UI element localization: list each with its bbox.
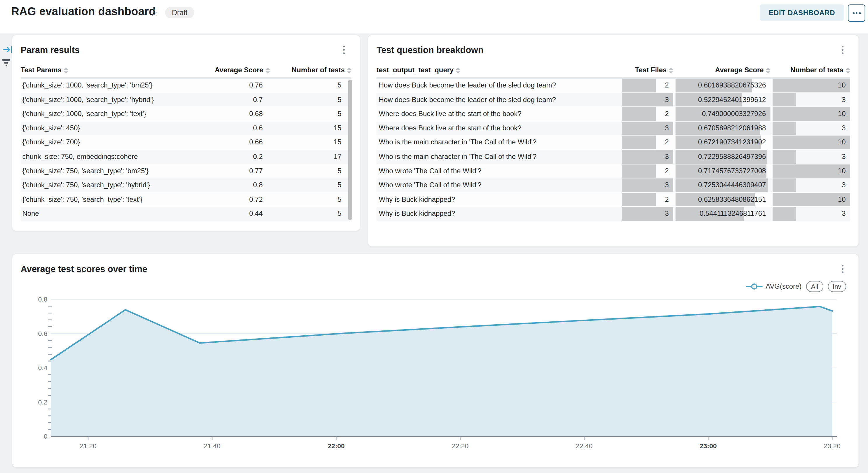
test-files-cell: 2 xyxy=(622,193,673,206)
number-of-tests-cell: 10 xyxy=(773,136,850,149)
test-files-cell: 3 xyxy=(622,178,673,192)
test-files-cell: 3 xyxy=(622,207,673,221)
average-score-cell: 0.6258336480862151 xyxy=(676,193,771,206)
column-header-test-query[interactable]: test_output_test_query xyxy=(376,63,620,77)
test-query-cell: Where does Buck live at the start of the… xyxy=(376,107,620,121)
param-results-card: Param results Test Params Average Score … xyxy=(12,35,361,232)
table-row: Who is the main character in 'The Call o… xyxy=(376,150,850,164)
average-score-cell: 0.6 xyxy=(158,121,270,135)
ellipsis-icon xyxy=(852,12,854,14)
number-of-tests-cell: 5 xyxy=(270,107,351,121)
test-query-cell: Where does Buck live at the start of the… xyxy=(376,121,620,135)
table-row: Why is Buck kidnapped? 2 0.6258336480862… xyxy=(376,193,850,207)
top-bar: RAG evaluation dashboard ☆ Draft EDIT DA… xyxy=(0,0,868,34)
svg-text:22:00: 22:00 xyxy=(328,442,345,450)
test-query-cell: Who wrote 'The Call of the Wild'? xyxy=(376,178,620,192)
table-row: None 0.44 5 xyxy=(21,207,351,221)
card-title: Test question breakdown xyxy=(376,45,483,55)
more-menu-button[interactable] xyxy=(848,4,865,22)
svg-text:22:20: 22:20 xyxy=(452,442,468,450)
table-row: How does Buck become the leader of the s… xyxy=(376,93,850,107)
average-score-cell: 0.66 xyxy=(158,136,270,149)
test-params-cell: {'chunk_size': 1000, 'search_type': 'tex… xyxy=(21,107,158,121)
column-header-number-of-tests[interactable]: Number of tests xyxy=(270,63,351,77)
sort-icon xyxy=(64,67,68,73)
svg-text:0.4: 0.4 xyxy=(38,364,48,372)
legend-series-label: AVG(score) xyxy=(766,282,802,291)
test-files-cell: 2 xyxy=(622,78,673,92)
number-of-tests-cell: 5 xyxy=(270,207,351,221)
collapse-panel-icon[interactable] xyxy=(3,46,13,56)
column-header-average-score[interactable]: Average Score xyxy=(158,63,270,77)
table-row: {'chunk_size': 700} 0.66 15 xyxy=(21,136,351,150)
number-of-tests-cell: 3 xyxy=(773,150,850,164)
table-scrollbar[interactable] xyxy=(348,79,352,220)
column-header-test-files[interactable]: Test Files xyxy=(622,63,673,77)
table-row: Where does Buck live at the start of the… xyxy=(376,107,850,121)
table-row: {'chunk_size': 750, 'search_type': 'text… xyxy=(21,193,351,207)
card-title: Average test scores over time xyxy=(21,264,147,274)
test-query-cell: Who is the main character in 'The Call o… xyxy=(376,136,620,149)
column-header-average-score[interactable]: Average Score xyxy=(676,63,771,77)
table-header-row: Test Params Average Score Number of test… xyxy=(21,63,351,79)
test-params-cell: {'chunk_size': 750, 'search_type': 'text… xyxy=(21,193,158,206)
average-score-cell: 0.2 xyxy=(158,150,270,164)
svg-text:0.8: 0.8 xyxy=(38,295,48,303)
kebab-menu-icon[interactable] xyxy=(840,263,845,275)
svg-text:0.6: 0.6 xyxy=(38,330,48,337)
test-params-cell: {'chunk_size': 700} xyxy=(21,136,158,149)
filter-icon[interactable] xyxy=(2,59,11,66)
test-params-cell: {'chunk_size': 1000, 'search_type': 'hyb… xyxy=(21,93,158,106)
test-files-cell: 3 xyxy=(622,121,673,135)
test-params-cell: None xyxy=(21,207,158,221)
table-row: Why is Buck kidnapped? 3 0.5441113246811… xyxy=(376,207,850,221)
table-row: Who is the main character in 'The Call o… xyxy=(376,136,850,150)
kebab-menu-icon[interactable] xyxy=(840,44,845,56)
test-params-cell: chunk_size: 750, embeddings:cohere xyxy=(21,150,158,164)
test-files-cell: 2 xyxy=(622,107,673,121)
test-params-cell: {'chunk_size': 750, 'search_type': 'bm25… xyxy=(21,164,158,178)
question-breakdown-table: test_output_test_query Test Files Averag… xyxy=(376,63,850,221)
test-query-cell: How does Buck become the leader of the s… xyxy=(376,78,620,92)
column-header-test-params[interactable]: Test Params xyxy=(21,63,158,77)
test-query-cell: Why is Buck kidnapped? xyxy=(376,207,620,221)
test-files-cell: 3 xyxy=(622,150,673,164)
average-score-cell: 0.5441113246811761 xyxy=(676,207,771,221)
svg-text:23:20: 23:20 xyxy=(824,442,841,450)
edit-dashboard-button[interactable]: EDIT DASHBOARD xyxy=(760,4,844,21)
table-row: How does Buck become the leader of the s… xyxy=(376,78,850,93)
test-query-cell: How does Buck become the leader of the s… xyxy=(376,93,620,106)
number-of-tests-cell: 5 xyxy=(270,178,351,192)
test-query-cell: Why is Buck kidnapped? xyxy=(376,193,620,206)
question-breakdown-card: Test question breakdown test_output_test… xyxy=(368,35,859,247)
number-of-tests-cell: 5 xyxy=(270,93,351,106)
legend-all-button[interactable]: All xyxy=(806,281,823,292)
table-row: {'chunk_size': 750, 'search_type': 'hybr… xyxy=(21,178,351,193)
number-of-tests-cell: 15 xyxy=(270,121,351,135)
kebab-menu-icon[interactable] xyxy=(341,44,346,56)
average-score-cell: 0.6705898212061988 xyxy=(676,121,771,135)
average-score-cell: 0.749000003327926 xyxy=(676,107,771,121)
column-header-number-of-tests[interactable]: Number of tests xyxy=(773,63,850,77)
number-of-tests-cell: 3 xyxy=(773,121,850,135)
table-header-row: test_output_test_query Test Files Averag… xyxy=(376,63,850,79)
line-marker-icon xyxy=(745,283,762,290)
card-title: Param results xyxy=(21,45,80,55)
sort-icon xyxy=(456,67,460,73)
star-icon[interactable]: ☆ xyxy=(150,7,158,19)
average-score-cell: 0.72 xyxy=(158,193,270,206)
param-results-table: Test Params Average Score Number of test… xyxy=(21,63,351,221)
number-of-tests-cell: 5 xyxy=(270,164,351,178)
legend-inv-button[interactable]: Inv xyxy=(828,281,846,292)
sort-icon xyxy=(266,67,270,73)
test-query-cell: Who wrote 'The Call of the Wild'? xyxy=(376,164,620,178)
scores-over-time-card: Average test scores over time AVG(score)… xyxy=(12,254,859,468)
table-row: Who wrote 'The Call of the Wild'? 3 0.72… xyxy=(376,178,850,193)
average-score-cell: 0.5229452401399612 xyxy=(676,93,771,106)
average-score-cell: 0.6721907341231902 xyxy=(676,136,771,149)
table-row: Where does Buck live at the start of the… xyxy=(376,121,850,136)
number-of-tests-cell: 3 xyxy=(773,178,850,192)
table-row: {'chunk_size': 1000, 'search_type': 'hyb… xyxy=(21,93,351,107)
legend-series-avg-score[interactable]: AVG(score) xyxy=(745,282,802,291)
svg-text:0.2: 0.2 xyxy=(38,398,48,406)
